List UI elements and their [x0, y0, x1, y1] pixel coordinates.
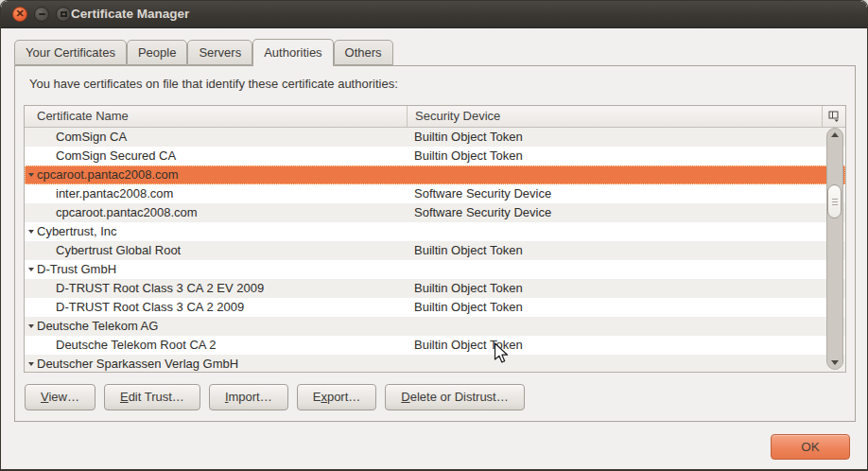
view-button[interactable]: View…: [25, 384, 95, 410]
tab-your-certificates[interactable]: Your Certificates: [14, 40, 127, 65]
table-header: Certificate Name Security Device: [25, 106, 845, 128]
certificate-name-cell: Deutscher Sparkassen Verlag GmbH: [37, 355, 238, 373]
minimize-icon: [39, 13, 45, 15]
window-controls: ✕: [12, 7, 71, 22]
expanded-twisty-icon[interactable]: [28, 173, 34, 177]
column-header-certificate-name[interactable]: Certificate Name: [25, 106, 407, 127]
security-device-cell: Builtin Object Token: [414, 128, 523, 147]
edit-trust-button[interactable]: Edit Trust…: [104, 384, 200, 410]
table-row[interactable]: Deutsche Telekom Root CA 2 Builtin Objec…: [25, 336, 845, 355]
security-device-cell: Software Security Device: [414, 203, 551, 222]
column-picker-icon: [828, 111, 841, 122]
certificate-name-cell: inter.pantac2008.com: [56, 184, 173, 203]
table-row[interactable]: D-Trust GmbH: [25, 260, 845, 279]
tab-servers[interactable]: Servers: [187, 40, 252, 65]
tab-others[interactable]: Others: [334, 40, 393, 65]
export-button[interactable]: Export…: [297, 384, 377, 410]
certificate-name-cell: Deutsche Telekom AG: [37, 317, 158, 336]
security-device-cell: Builtin Object Token: [414, 279, 523, 298]
table-row[interactable]: D-TRUST Root Class 3 CA 2 2009 Builtin O…: [25, 298, 845, 317]
certificate-name-cell: D-TRUST Root Class 3 CA 2 2009: [56, 298, 244, 317]
close-icon: ✕: [15, 9, 24, 19]
column-header-security-device[interactable]: Security Device: [407, 106, 822, 127]
table-row[interactable]: cpcaroot.pantac2008.com Software Securit…: [25, 203, 845, 222]
security-device-cell: Builtin Object Token: [414, 147, 523, 166]
expanded-twisty-icon[interactable]: [28, 268, 34, 271]
certificates-table: Certificate Name Security Device ComSign…: [24, 105, 846, 373]
import-button[interactable]: Import…: [209, 384, 288, 410]
close-button[interactable]: ✕: [12, 7, 27, 22]
table-row[interactable]: Deutsche Telekom AG: [25, 317, 845, 336]
security-device-cell: Builtin Object Token: [414, 298, 523, 317]
table-row[interactable]: inter.pantac2008.com Software Security D…: [25, 184, 845, 203]
delete-or-distrust-button[interactable]: Delete or Distrust…: [385, 384, 524, 410]
description-text: You have certificates on file that ident…: [29, 77, 398, 91]
scroll-up-icon[interactable]: [831, 132, 839, 137]
certificate-name-cell: D-TRUST Root Class 3 CA 2 EV 2009: [56, 279, 264, 298]
certificate-name-cell: ComSign CA: [56, 128, 127, 147]
tab-authorities[interactable]: Authorities: [252, 39, 333, 66]
table-row[interactable]: Cybertrust Global Root Builtin Object To…: [25, 241, 845, 260]
column-picker-button[interactable]: [822, 106, 845, 127]
action-button-row: View…Edit Trust…Import…Export…Delete or …: [25, 384, 533, 410]
maximize-icon: [61, 11, 67, 17]
certificate-name-cell: Deutsche Telekom Root CA 2: [56, 336, 217, 355]
table-body: ComSign CA Builtin Object Token ComSign …: [25, 128, 845, 373]
certificate-name-cell: ComSign Secured CA: [56, 147, 176, 166]
expanded-twisty-icon[interactable]: [28, 362, 34, 366]
expanded-twisty-icon[interactable]: [28, 230, 34, 234]
scrollbar-thumb[interactable]: [827, 184, 842, 218]
table-row[interactable]: Cybertrust, Inc: [25, 222, 845, 241]
certificate-name-cell: Cybertrust Global Root: [56, 241, 181, 260]
certificate-name-cell: cpcaroot.pantac2008.com: [37, 166, 179, 184]
table-row[interactable]: cpcaroot.pantac2008.com: [25, 166, 845, 184]
certificate-manager-window: ✕ Certificate Manager Your CertificatesP…: [0, 0, 868, 471]
certificate-name-cell: Cybertrust, Inc: [37, 222, 117, 241]
table-row[interactable]: ComSign Secured CA Builtin Object Token: [25, 147, 845, 166]
table-row[interactable]: Deutscher Sparkassen Verlag GmbH: [25, 355, 845, 373]
table-row[interactable]: D-TRUST Root Class 3 CA 2 EV 2009 Builti…: [25, 279, 845, 298]
security-device-cell: Software Security Device: [414, 184, 551, 203]
window-title: Certificate Manager: [71, 7, 189, 21]
certificate-name-cell: cpcaroot.pantac2008.com: [56, 203, 198, 222]
security-device-cell: Builtin Object Token: [414, 336, 523, 355]
certificate-name-cell: D-Trust GmbH: [37, 260, 116, 279]
tab-people[interactable]: People: [127, 40, 187, 65]
security-device-cell: Builtin Object Token: [414, 241, 523, 260]
vertical-scrollbar[interactable]: [826, 128, 843, 370]
maximize-button[interactable]: [56, 7, 71, 22]
scroll-down-icon[interactable]: [831, 360, 839, 365]
expanded-twisty-icon[interactable]: [28, 324, 34, 328]
tab-bar: Your CertificatesPeopleServersAuthoritie…: [14, 40, 393, 65]
ok-button[interactable]: OK: [771, 434, 850, 460]
titlebar[interactable]: ✕ Certificate Manager: [1, 1, 867, 28]
minimize-button[interactable]: [34, 7, 49, 22]
table-row[interactable]: ComSign CA Builtin Object Token: [25, 128, 845, 147]
